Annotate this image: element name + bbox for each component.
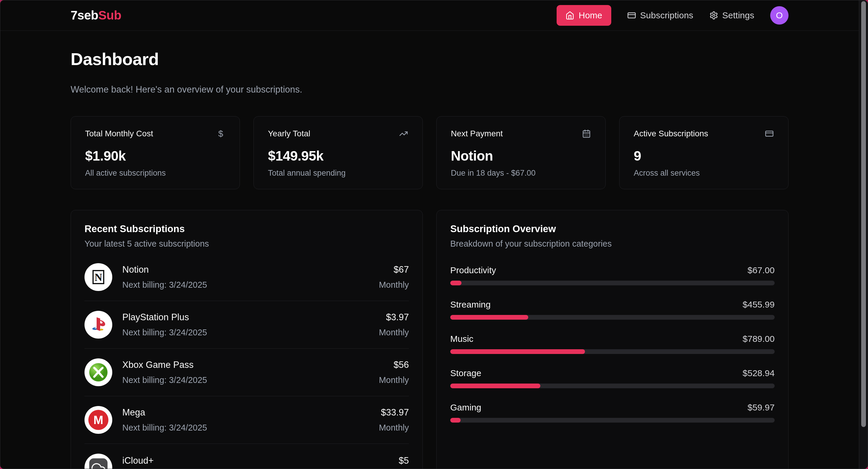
avatar-letter: O [776,10,783,21]
recent-subscriptions-panel: Recent Subscriptions Your latest 5 activ… [71,210,423,469]
scrollbar-track[interactable] [859,0,868,469]
dollar-icon: $ [216,129,225,138]
progress-fill [450,349,585,354]
page-subtitle: Welcome back! Here's an overview of your… [71,84,788,95]
progress-track [450,349,775,354]
notion-logo-icon: N [85,263,112,291]
svg-text:N: N [95,271,102,283]
top-nav: 7sebSub Home Subscriptions Settings [0,0,868,31]
brand-logo[interactable]: 7sebSub [71,8,121,23]
dashboard-main: Dashboard Welcome back! Here's an overvi… [0,31,868,469]
progress-fill [450,418,461,422]
overview-title: Subscription Overview [450,223,775,235]
stat-caption: Total annual spending [268,169,408,178]
category-label: Productivity [450,265,496,275]
subscription-cycle: Monthly [379,328,409,338]
subscription-price: $56 [379,359,409,370]
subscription-name: Notion [122,264,369,275]
category-row-music: Music $789.00 [450,334,775,354]
category-row-streaming: Streaming $455.99 [450,299,775,320]
subscription-row-mega[interactable]: M Mega Next billing: 3/24/2025 $33.97 Mo… [85,396,409,444]
svg-text:M: M [93,413,103,427]
progress-track [450,418,775,422]
progress-fill [450,384,540,388]
subscription-billing: Next billing: 3/24/2025 [122,375,369,385]
subscription-cycle: Monthly [379,423,409,433]
subscription-name: iCloud+ [122,456,389,466]
subscription-name: Xbox Game Pass [122,359,369,370]
subscription-billing: Next billing: 3/24/2025 [122,328,369,338]
progress-track [450,281,775,285]
category-list: Productivity $67.00 Streaming $455.99 [450,265,775,422]
category-label: Streaming [450,299,491,310]
nav-settings-label: Settings [722,10,754,21]
nav-home-button[interactable]: Home [557,5,611,26]
subscription-billing: Next billing: 3/24/2025 [122,423,369,433]
stat-caption: Across all services [634,169,774,178]
recent-subtitle: Your latest 5 active subscriptions [85,239,409,249]
stat-card-next-payment: Next Payment Notion Due in 18 days - $67… [436,116,606,189]
scrollbar-thumb[interactable] [861,1,866,427]
app-window: 7sebSub Home Subscriptions Settings [0,0,868,469]
mega-logo-icon: M [85,406,112,434]
credit-card-icon [627,11,636,20]
stat-caption: All active subscriptions [85,169,225,178]
subscription-cycle: Monthly [379,280,409,290]
stat-label: Yearly Total [268,129,310,138]
category-amount: $789.00 [743,334,775,344]
stat-label: Active Subscriptions [634,129,708,138]
subscription-list: N Notion Next billing: 3/24/2025 $67 Mon… [85,254,409,469]
gear-icon [709,11,718,20]
overview-subtitle: Breakdown of your subscription categorie… [450,239,775,249]
subscription-name: PlayStation Plus [122,312,369,323]
stat-caption: Due in 18 days - $67.00 [451,169,591,178]
stat-value: Notion [451,148,591,164]
subscription-cycle: Monthly [379,375,409,385]
subscription-price: $33.97 [379,407,409,418]
user-avatar[interactable]: O [770,6,788,25]
subscription-row-xbox[interactable]: Xbox Game Pass Next billing: 3/24/2025 $… [85,348,409,396]
progress-track [450,384,775,388]
category-amount: $528.94 [743,368,775,378]
stat-value: 9 [634,148,774,164]
category-label: Music [450,334,473,344]
category-label: Gaming [450,403,481,412]
nav-settings-button[interactable]: Settings [709,10,754,21]
subscription-name: Mega [122,407,369,418]
bottom-panels: Recent Subscriptions Your latest 5 activ… [71,210,788,469]
stat-label: Next Payment [451,129,503,138]
stat-value: $149.95k [268,148,408,164]
stat-value: $1.90k [85,148,225,164]
nav-subscriptions-button[interactable]: Subscriptions [627,10,693,21]
subscription-price: $67 [379,264,409,275]
category-amount: $59.97 [747,403,775,412]
category-label: Storage [450,368,481,378]
progress-track [450,315,775,320]
subscription-row-playstation[interactable]: PlayStation Plus Next billing: 3/24/2025… [85,301,409,348]
stat-card-active-subscriptions: Active Subscriptions 9 Across all servic… [619,116,788,189]
brand-prefix: 7seb [71,8,98,22]
recent-title: Recent Subscriptions [85,223,409,235]
category-row-productivity: Productivity $67.00 [450,265,775,285]
subscription-price: $3.97 [379,312,409,323]
nav-home-label: Home [579,10,602,21]
subscription-billing: Next billing: 3/24/2025 [122,280,369,290]
nav-subscriptions-label: Subscriptions [640,10,693,21]
stat-card-monthly-cost: Total Monthly Cost $ $1.90k All active s… [71,116,240,189]
calendar-icon [582,129,591,138]
subscription-row-notion[interactable]: N Notion Next billing: 3/24/2025 $67 Mon… [85,254,409,301]
xbox-logo-icon [85,358,112,386]
category-row-gaming: Gaming $59.97 [450,403,775,422]
nav-items: Home Subscriptions Settings O [557,5,788,26]
credit-card-icon [765,129,774,138]
brand-suffix: Sub [98,8,121,22]
category-amount: $67.00 [747,265,775,275]
stat-cards: Total Monthly Cost $ $1.90k All active s… [71,116,788,189]
progress-fill [450,315,528,320]
subscription-row-icloud[interactable]: iCloud+ $5 [85,444,409,469]
icloud-logo-icon [85,453,112,469]
progress-fill [450,281,462,285]
stat-label: Total Monthly Cost [85,129,153,138]
trending-up-icon [399,129,408,138]
category-amount: $455.99 [743,299,775,310]
